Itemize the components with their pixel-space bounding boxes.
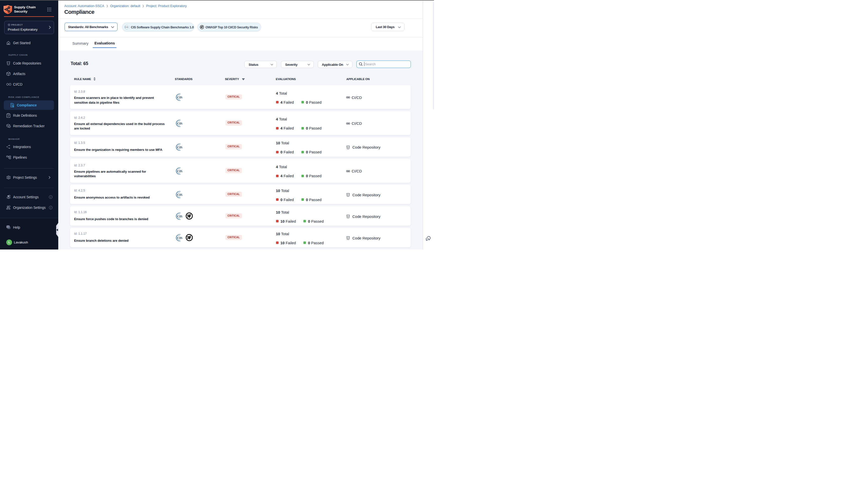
svg-text:CIS: CIS (177, 95, 182, 99)
svg-text:CIS: CIS (177, 169, 182, 173)
svg-text:CIS: CIS (177, 121, 182, 125)
svg-text:?: ? (8, 226, 9, 228)
svg-text:CIS: CIS (177, 145, 182, 149)
svg-text:CIS: CIS (125, 27, 128, 28)
svg-text:CIS: CIS (177, 193, 182, 196)
svg-text:CIS: CIS (177, 214, 182, 218)
svg-text:CIS: CIS (177, 236, 182, 240)
